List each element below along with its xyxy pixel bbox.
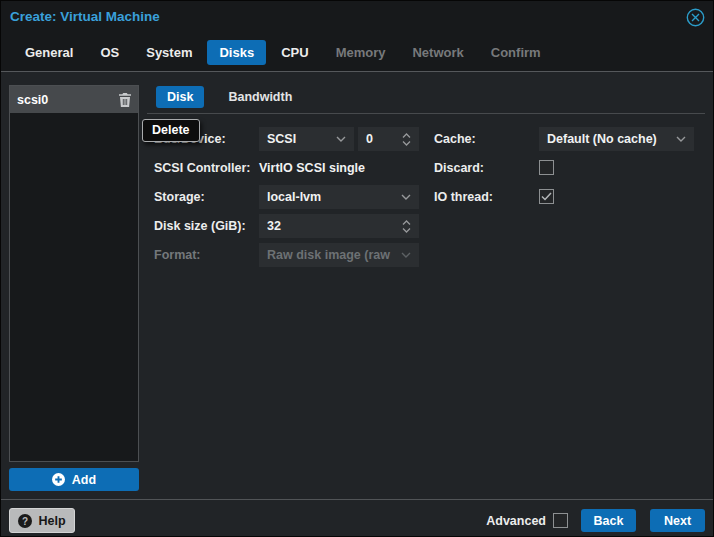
format-select-disabled: Raw disk image (raw	[259, 243, 419, 267]
next-button[interactable]: Next	[650, 509, 705, 532]
io-thread-label: IO thread:	[434, 185, 493, 209]
advanced-label: Advanced	[486, 514, 546, 528]
add-disk-button[interactable]: Add	[9, 468, 139, 491]
delete-tooltip: Delete	[142, 119, 200, 142]
device-number-value: 0	[366, 132, 402, 146]
storage-label: Storage:	[154, 185, 205, 209]
plus-circle-icon	[52, 473, 65, 486]
subtab-separator	[147, 113, 705, 114]
svg-text:?: ?	[22, 515, 28, 526]
storage-select-value: local-lvm	[267, 190, 401, 204]
add-button-label: Add	[72, 473, 96, 487]
tab-network: Network	[400, 40, 475, 65]
title-bar: Create: Virtual Machine	[1, 1, 713, 34]
question-circle-icon: ?	[18, 514, 32, 528]
header-separator	[1, 71, 713, 72]
disk-list-item-scsi0[interactable]: scsi0	[10, 86, 138, 113]
back-button[interactable]: Back	[581, 509, 636, 532]
storage-select[interactable]: local-lvm	[259, 185, 419, 209]
chevron-down-icon	[401, 252, 411, 258]
bus-select-value: SCSI	[267, 132, 336, 146]
spinner-arrows-icon[interactable]	[402, 132, 411, 147]
cache-select[interactable]: Default (No cache)	[539, 127, 694, 151]
disk-list-panel: scsi0	[9, 85, 139, 462]
tab-general[interactable]: General	[13, 40, 85, 65]
discard-checkbox[interactable]	[539, 160, 554, 175]
format-label: Format:	[154, 243, 201, 267]
subtab-bandwidth[interactable]: Bandwidth	[217, 86, 303, 108]
cache-label: Cache:	[434, 127, 476, 151]
spinner-arrows-icon[interactable]	[402, 219, 411, 234]
create-vm-dialog: Create: Virtual Machine General OS Syste…	[0, 0, 714, 537]
tab-disks[interactable]: Disks	[207, 40, 266, 65]
discard-label: Discard:	[434, 156, 484, 180]
footer-bar: ? Help Advanced Back Next	[1, 499, 713, 536]
chevron-down-icon	[336, 136, 346, 142]
footer-actions: Advanced Back Next	[486, 509, 705, 532]
help-button-label: Help	[38, 514, 65, 528]
advanced-checkbox[interactable]	[553, 513, 568, 528]
subtab-disk[interactable]: Disk	[156, 86, 204, 108]
tab-os[interactable]: OS	[88, 40, 131, 65]
close-icon[interactable]	[686, 8, 705, 27]
tab-memory: Memory	[324, 40, 398, 65]
scsi-controller-label: SCSI Controller:	[154, 156, 251, 180]
tab-cpu[interactable]: CPU	[269, 40, 320, 65]
device-number-stepper[interactable]: 0	[358, 127, 419, 151]
disk-size-label: Disk size (GiB):	[154, 214, 246, 238]
chevron-down-icon	[676, 136, 686, 142]
chevron-down-icon	[401, 194, 411, 200]
io-thread-checkbox[interactable]	[539, 189, 554, 204]
disk-item-label: scsi0	[17, 93, 48, 107]
cache-select-value: Default (No cache)	[547, 132, 676, 146]
dialog-title: Create: Virtual Machine	[10, 9, 160, 24]
disk-size-value: 32	[267, 219, 402, 233]
disk-subtabs: Disk Bandwidth	[156, 86, 303, 108]
scsi-controller-value: VirtIO SCSI single	[259, 156, 365, 180]
help-button[interactable]: ? Help	[9, 508, 75, 533]
bus-select[interactable]: SCSI	[259, 127, 354, 151]
tab-confirm: Confirm	[479, 40, 553, 65]
checkmark-icon	[541, 192, 552, 201]
tab-system[interactable]: System	[134, 40, 204, 65]
wizard-tabbar: General OS System Disks CPU Memory Netwo…	[1, 34, 713, 71]
format-select-value: Raw disk image (raw	[267, 248, 401, 262]
disk-size-stepper[interactable]: 32	[259, 214, 419, 238]
trash-icon[interactable]	[119, 93, 131, 107]
